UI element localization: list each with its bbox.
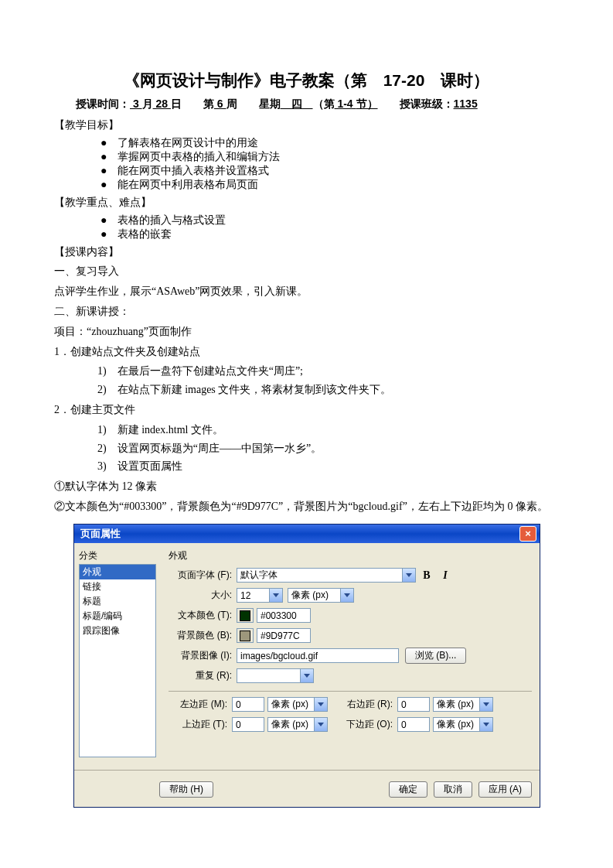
size-value: 12 [237, 590, 269, 601]
category-item-appearance[interactable]: 外观 [80, 565, 155, 579]
section-focus-h: 【教学重点、难点】 [54, 193, 559, 212]
italic-icon[interactable]: I [438, 568, 453, 583]
p2-heading: 二、新课讲授： [54, 302, 559, 321]
document-page: 《网页设计与制作》电子教案（第 17-20 课时） 授课时间： 3 月 28 日… [0, 0, 613, 854]
unit-label: 像素 (px) [434, 698, 479, 711]
focus-list: 表格的插入与格式设置 表格的嵌套 [100, 214, 559, 241]
meta-class: 1135 [454, 97, 478, 110]
ml-unit[interactable]: 像素 (px) [267, 697, 328, 712]
unit-label: 像素 (px) [434, 718, 479, 731]
chevron-down-icon [300, 669, 313, 682]
ml-field[interactable]: 0 [232, 697, 264, 712]
ok-button[interactable]: 确定 [389, 781, 427, 798]
browse-button[interactable]: 浏览 (B)... [405, 648, 466, 664]
step2-3: 3) 设置页面属性 [97, 457, 559, 476]
row-bgcolor: 背景颜色 (B): #9D977C [169, 627, 532, 644]
mt-value: 0 [236, 719, 241, 730]
label-mt: 上边距 (T): [169, 718, 232, 731]
step2-1: 1) 新建 index.html 文件。 [97, 421, 559, 439]
goal-item: 掌握网页中表格的插入和编辑方法 [100, 150, 559, 164]
category-label: 分类 [79, 549, 156, 562]
swatch-chip [240, 610, 250, 621]
apply-button[interactable]: 应用 (A) [478, 781, 532, 798]
chevron-down-icon [314, 698, 327, 711]
mr-unit[interactable]: 像素 (px) [433, 697, 493, 712]
row-repeat: 重复 (R): [169, 668, 532, 685]
bgcolor-field[interactable]: #9D977C [257, 628, 311, 643]
mb-unit[interactable]: 像素 (px) [433, 717, 493, 732]
dialog-buttons: 帮助 (H) 确定 取消 应用 (A) [74, 770, 540, 807]
textcolor-field[interactable]: #003300 [257, 608, 311, 623]
ml-value: 0 [236, 699, 241, 710]
focus-item: 表格的插入与格式设置 [100, 214, 559, 227]
bold-icon[interactable]: B [419, 568, 434, 583]
bgcolor-swatch[interactable] [237, 628, 254, 643]
row-size: 大小: 12 像素 (px) [169, 587, 532, 604]
label-size: 大小: [169, 589, 237, 602]
category-item-headings[interactable]: 标题 [80, 594, 155, 609]
chevron-down-icon [479, 718, 492, 731]
textcolor-swatch[interactable] [237, 608, 254, 623]
mt-unit[interactable]: 像素 (px) [267, 717, 328, 732]
font-select[interactable]: 默认字体 [237, 568, 416, 583]
chevron-down-icon [269, 589, 282, 602]
section-goals-h: 【教学目标】 [54, 116, 559, 135]
label-bgimg: 背景图像 (I): [169, 649, 237, 662]
cancel-button[interactable]: 取消 [434, 781, 472, 798]
meta-dow: 四 [281, 97, 313, 110]
p1-text: 点评学生作业，展示“ASAweb”网页效果，引入新课。 [54, 282, 559, 301]
step2-sub: 1) 新建 index.html 文件。 2) 设置网页标题为“周庄——中国第一… [76, 421, 559, 476]
row-textcolor: 文本颜色 (T): #003300 [169, 607, 532, 624]
meta-text: 日 第 [171, 97, 214, 110]
step1: 1．创建站点文件夹及创建站点 [54, 343, 559, 361]
category-item-links[interactable]: 链接 [80, 579, 155, 594]
chevron-down-icon [340, 589, 353, 602]
close-icon[interactable]: × [519, 526, 536, 542]
dialog-titlebar[interactable]: 页面属性 × [74, 525, 540, 543]
section-content-h: 【授课内容】 [54, 243, 559, 261]
step2-2: 2) 设置网页标题为“周庄——中国第一水乡”。 [97, 439, 559, 458]
meta-text: （第 [313, 97, 335, 110]
mt-field[interactable]: 0 [232, 717, 264, 732]
category-item-tracing[interactable]: 跟踪图像 [80, 624, 155, 638]
apply-label: 应用 (A) [489, 783, 522, 796]
size-unit-select[interactable]: 像素 (px) [288, 588, 354, 603]
label-mr: 右边距 (R): [339, 698, 397, 711]
bgimg-field[interactable]: images/bgcloud.gif [237, 648, 399, 663]
mr-field[interactable]: 0 [397, 697, 430, 712]
para-a: ①默认字体为 12 像素 [54, 477, 559, 496]
category-column: 分类 外观 链接 标题 标题/编码 跟踪图像 [74, 543, 161, 764]
size-unit: 像素 (px) [288, 589, 340, 602]
label-textcolor: 文本颜色 (T): [169, 609, 237, 622]
chevron-down-icon [314, 718, 327, 731]
category-item-title-encoding[interactable]: 标题/编码 [80, 609, 155, 624]
goal-item: 能在网页中插入表格并设置格式 [100, 164, 559, 178]
help-button[interactable]: 帮助 (H) [159, 781, 213, 798]
mb-field[interactable]: 0 [397, 717, 430, 732]
category-list[interactable]: 外观 链接 标题 标题/编码 跟踪图像 [79, 564, 156, 757]
font-value: 默认字体 [237, 569, 402, 582]
row-font: 页面字体 (F): 默认字体 B I [169, 567, 532, 584]
p1-heading: 一、复习导入 [54, 262, 559, 281]
bgcolor-value: #9D977C [261, 630, 300, 641]
help-label: 帮助 (H) [169, 783, 203, 796]
meta-text: 周 星期 [226, 97, 281, 110]
chevron-down-icon [479, 698, 492, 711]
repeat-select[interactable] [237, 668, 314, 683]
size-select[interactable]: 12 [237, 588, 283, 603]
meta-text: 授课时间： [76, 97, 130, 110]
dialog-title: 页面属性 [80, 527, 519, 541]
meta-month: 3 [130, 97, 142, 110]
mr-value: 0 [401, 699, 407, 710]
goal-item: 能在网页中利用表格布局页面 [100, 178, 559, 192]
unit-label: 像素 (px) [268, 718, 314, 731]
doc-title: 《网页设计与制作》电子教案（第 17-20 课时） [54, 70, 559, 91]
step1-2: 2) 在站点下新建 images 文件夹，将素材复制到该文件夹下。 [97, 381, 559, 399]
margin-rows: 左边距 (M): 0 像素 (px) 右边距 (R): 0 像素 (px) [169, 696, 532, 733]
goal-item: 了解表格在网页设计中的用途 [100, 136, 559, 150]
label-mb: 下边距 (O): [339, 718, 397, 731]
lesson-meta: 授课时间： 3 月 28 日 第 6 周 星期 四 （第 1-4 节） 授课班级… [76, 97, 559, 111]
bgimg-value: images/bgcloud.gif [240, 651, 318, 661]
row-bgimg: 背景图像 (I): images/bgcloud.gif 浏览 (B)... [169, 648, 532, 665]
page-properties-dialog: 页面属性 × 分类 外观 链接 标题 标题/编码 跟踪图像 外观 页面字体 (F… [73, 524, 540, 808]
